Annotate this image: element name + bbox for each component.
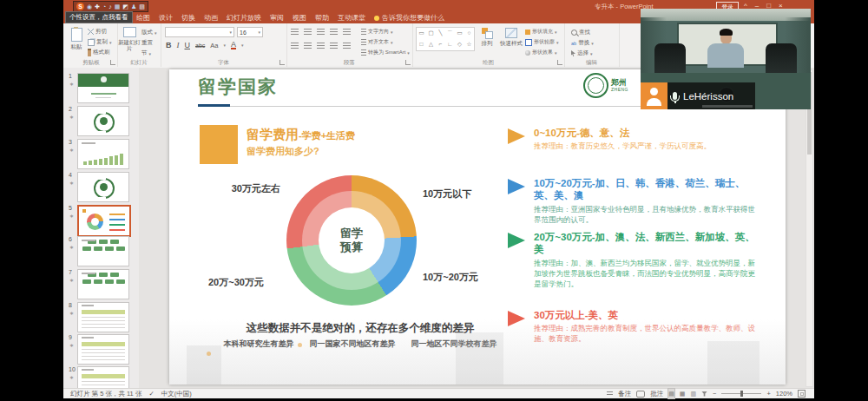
zoom-out-button[interactable]: − — [713, 390, 716, 398]
slide-thumbnail[interactable] — [77, 269, 129, 299]
quick-styles-button[interactable]: 快速样式 — [499, 28, 523, 46]
zoom-slider[interactable] — [721, 393, 761, 394]
shape-effects-button[interactable]: 形状效果▾ — [525, 49, 559, 56]
font-color-button[interactable]: A — [231, 41, 236, 49]
qat-tool-icon[interactable]: ◔ — [102, 3, 106, 10]
zoom-level[interactable]: 120% — [776, 390, 792, 398]
tell-me-box[interactable]: 告诉我你想要做什么 — [374, 13, 444, 23]
underline-button[interactable]: U — [185, 41, 191, 49]
qat-tool-icon[interactable]: ♪ — [108, 3, 112, 10]
font-name-combobox[interactable]: ▾ — [165, 27, 234, 37]
tab-draw[interactable]: 绘图 — [136, 13, 150, 23]
budget-block-1[interactable]: 0~10万元-德、意、法 推荐理由：教育历史悠久，学风严谨，学历认可度高。 — [508, 127, 768, 152]
columns-icon[interactable] — [343, 43, 351, 49]
slide-thumbnail[interactable] — [77, 302, 129, 332]
dialog-launcher-icon[interactable] — [557, 60, 562, 65]
tab-help[interactable]: 帮助 — [315, 13, 329, 23]
qat-tool-icon[interactable]: ▨ — [139, 3, 145, 10]
replace-button[interactable]: ab替换▾ — [571, 39, 594, 47]
shapes-gallery[interactable]: ▭▢╲⌒▭○ □△⌐∟◇☆ — [416, 27, 475, 51]
paste-button[interactable]: 粘贴 — [67, 26, 86, 49]
intro-subheading[interactable]: 留学费用知多少? — [247, 145, 319, 158]
align-text-button[interactable]: 对齐文本▾ — [361, 38, 410, 46]
donut-label-10-20w[interactable]: 10万~20万元 — [423, 271, 478, 284]
find-button[interactable]: 查找 — [571, 29, 594, 36]
fit-slide-button[interactable] — [798, 390, 806, 398]
align-right-icon[interactable] — [317, 43, 325, 49]
copy-button[interactable]: 复制▾ — [88, 38, 112, 46]
budget-block-3[interactable]: 20万~30万元-加、澳、法、新西兰、新加坡、英、美 推荐理由：加、澳、新西兰均… — [508, 231, 768, 289]
new-slide-button[interactable]: 新建幻灯片 — [118, 27, 141, 52]
shape-fill-button[interactable]: 形状填充▾ — [525, 28, 559, 36]
select-button[interactable]: 选择▾ — [571, 49, 594, 57]
vertical-scrollbar[interactable] — [806, 69, 813, 387]
qat-tool-icon[interactable]: ♟ — [131, 3, 136, 10]
line-spacing-icon[interactable] — [343, 29, 351, 35]
tab-slideshow[interactable]: 幻灯片放映 — [227, 13, 261, 23]
zoom-slider-knob[interactable] — [740, 391, 743, 397]
qat-tool-icon[interactable]: ◩ — [122, 3, 128, 10]
format-painter-button[interactable]: 格式刷 — [88, 49, 112, 56]
numbering-icon[interactable] — [304, 29, 312, 35]
spell-check-icon[interactable]: ✓ — [148, 390, 154, 398]
tab-view[interactable]: 视图 — [293, 13, 306, 23]
dialog-launcher-icon[interactable] — [110, 60, 115, 65]
donut-chart[interactable]: 留学 预算 — [286, 175, 417, 306]
change-case-button[interactable]: Aa — [210, 42, 218, 49]
shape-outline-button[interactable]: 形状轮廓▾ — [525, 38, 559, 46]
slide-title[interactable]: 留学国家 — [198, 75, 278, 99]
comments-button[interactable]: 批注 — [650, 390, 663, 398]
reset-button[interactable]: 重置 — [141, 39, 157, 47]
slideshow-view-icon[interactable] — [701, 391, 707, 397]
slide-thumbnail-selected[interactable] — [77, 205, 131, 237]
qat-tool-icon[interactable]: ◉ — [87, 3, 92, 10]
italic-button[interactable]: I — [177, 41, 180, 49]
slide-thumbnail[interactable] — [77, 172, 129, 202]
qat-tool-icon[interactable]: ▦ — [115, 3, 121, 10]
tab-interactive-classroom[interactable]: 互动课堂 — [338, 13, 365, 23]
cut-button[interactable]: 剪切 — [88, 28, 112, 36]
tab-transitions[interactable]: 切换 — [181, 13, 195, 23]
donut-label-under-10w[interactable]: 10万元以下 — [423, 187, 471, 200]
bold-button[interactable]: B — [166, 41, 172, 49]
increase-indent-icon[interactable] — [330, 29, 338, 35]
layout-button[interactable]: 版式▾ — [141, 29, 157, 36]
slide-thumbnail[interactable] — [77, 366, 129, 389]
slide-sorter-view-button[interactable]: ▦ — [680, 389, 686, 398]
reading-view-button[interactable]: ▥ — [690, 389, 696, 398]
arrange-button[interactable]: 排列 — [477, 28, 497, 46]
strikethrough-button[interactable]: abc — [195, 43, 205, 49]
intro-heading[interactable]: 留学费用-学费+生活费 — [247, 127, 355, 143]
font-size-combobox[interactable]: 16▾ — [237, 27, 263, 37]
normal-view-button[interactable]: ▤ — [668, 389, 674, 398]
app-logo-icon[interactable]: S — [76, 3, 84, 10]
donut-label-20-30w[interactable]: 20万~30万元 — [208, 276, 264, 289]
slide-thumbnail[interactable] — [77, 106, 129, 136]
justify-icon[interactable] — [330, 43, 338, 49]
slide-thumbnail[interactable] — [77, 139, 129, 169]
webcam-overlay[interactable]: LeHérisson — [641, 9, 811, 109]
budget-block-2[interactable]: 10万~20万元-加、日、韩、香港、荷兰、瑞士、英、美、澳 推荐理由：亚洲国家专… — [508, 177, 768, 226]
slide-thumbnail[interactable] — [77, 236, 129, 266]
zoom-in-button[interactable]: + — [766, 390, 770, 398]
tab-design[interactable]: 设计 — [159, 13, 173, 23]
align-left-icon[interactable] — [291, 43, 299, 49]
decrease-indent-icon[interactable] — [317, 29, 325, 35]
slide-thumbnail[interactable] — [77, 73, 129, 103]
slide-thumbnail[interactable] — [77, 334, 129, 365]
qat-tool-icon[interactable]: ✚ — [95, 3, 100, 10]
tab-animations[interactable]: 动画 — [204, 13, 218, 23]
text-direction-button[interactable]: 文字方向▾ — [361, 28, 410, 36]
language-indicator[interactable]: 中文(中国) — [161, 390, 192, 398]
dialog-launcher-icon[interactable] — [405, 60, 411, 65]
align-center-icon[interactable] — [304, 43, 312, 49]
slide[interactable]: 留学国家 郑州 ZHENG 留学费用-学费+生活费 留学费用知多少? — [169, 69, 786, 385]
notes-button[interactable]: 备注 — [618, 390, 631, 398]
university-logo[interactable]: 郑州 ZHENG — [583, 73, 628, 98]
donut-label-30w[interactable]: 30万元左右 — [194, 182, 280, 195]
section-button[interactable]: 节▾ — [141, 49, 157, 57]
bullets-icon[interactable] — [291, 29, 299, 35]
tab-review[interactable]: 审阅 — [270, 13, 284, 23]
orange-square-shape[interactable] — [200, 125, 238, 164]
convert-smartart-button[interactable]: 转换为 SmartArt▾ — [361, 49, 410, 56]
